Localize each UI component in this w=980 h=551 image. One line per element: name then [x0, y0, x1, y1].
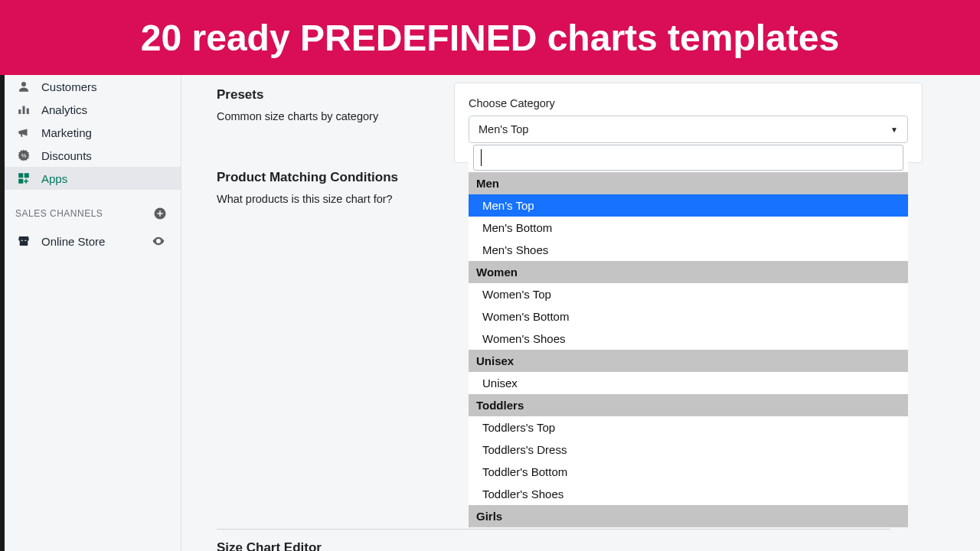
category-option[interactable]: Toddlers's Dress — [469, 439, 908, 461]
banner-title: 20 ready PREDEFINED charts templates — [141, 17, 839, 59]
settings-descriptions: Presets Common size charts by category P… — [217, 83, 431, 551]
size-chart-editor-heading: Size Chart Editor — [217, 529, 890, 551]
presets-block: Presets Common size charts by category — [217, 87, 431, 122]
sidebar-item-discounts[interactable]: % Discounts — [0, 144, 181, 167]
app-frame: Customers Analytics Marketing % Discount… — [0, 75, 980, 551]
discount-icon: % — [17, 148, 31, 162]
search-wrap — [469, 145, 908, 171]
channel-online-store[interactable]: Online Store — [0, 228, 181, 254]
matching-heading: Product Matching Conditions — [217, 170, 431, 185]
svg-rect-6 — [24, 173, 29, 178]
category-search-input[interactable] — [473, 145, 903, 171]
category-select[interactable]: Men's Top ▼ — [469, 116, 908, 143]
main-content: Presets Common size charts by category P… — [181, 75, 980, 551]
option-group-header: Women — [469, 261, 908, 283]
matching-block: Product Matching Conditions What product… — [217, 170, 431, 205]
category-label: Choose Category — [469, 97, 908, 109]
svg-rect-1 — [18, 109, 21, 114]
sidebar-item-label: Marketing — [41, 126, 92, 139]
sidebar-item-label: Apps — [41, 172, 67, 185]
view-store-button[interactable] — [152, 234, 165, 248]
add-channel-button[interactable] — [153, 207, 167, 220]
option-group-header: Girls — [469, 505, 908, 527]
promo-banner: 20 ready PREDEFINED charts templates — [0, 0, 980, 75]
category-option[interactable]: Toddler's Bottom — [469, 461, 908, 483]
category-options: MenMen's TopMen's BottomMen's ShoesWomen… — [469, 172, 908, 527]
sidebar: Customers Analytics Marketing % Discount… — [0, 75, 181, 551]
svg-rect-5 — [18, 173, 23, 178]
sidebar-item-customers[interactable]: Customers — [0, 75, 181, 98]
chevron-down-icon: ▼ — [890, 126, 898, 134]
editor-heading-text: Size Chart Editor — [217, 540, 322, 551]
channel-label: Online Store — [41, 235, 105, 248]
category-option[interactable]: Toddler's Shoes — [469, 483, 908, 505]
sidebar-item-label: Analytics — [41, 103, 87, 116]
category-option[interactable]: Unisex — [469, 372, 908, 394]
svg-text:%: % — [21, 152, 27, 159]
sidebar-item-marketing[interactable]: Marketing — [0, 121, 181, 144]
presets-description: Common size charts by category — [217, 110, 431, 122]
sidebar-item-label: Discounts — [41, 149, 92, 162]
matching-description: What products is this size chart for? — [217, 193, 431, 205]
sidebar-left-edge — [0, 75, 5, 551]
category-option[interactable]: Men's Shoes — [469, 239, 908, 261]
person-icon — [17, 80, 31, 93]
option-group-header: Unisex — [469, 350, 908, 372]
category-card: Choose Category Men's Top ▼ MenMen's Top… — [454, 83, 923, 163]
svg-rect-7 — [18, 179, 23, 184]
text-cursor — [481, 149, 482, 166]
option-group-header: Toddlers — [469, 394, 908, 416]
store-icon — [17, 234, 31, 248]
sidebar-item-analytics[interactable]: Analytics — [0, 98, 181, 121]
category-option[interactable]: Toddlers's Top — [469, 416, 908, 439]
apps-icon — [17, 171, 31, 185]
category-option[interactable]: Men's Top — [469, 194, 908, 217]
category-option[interactable]: Women's Top — [469, 283, 908, 305]
category-option[interactable]: Women's Bottom — [469, 305, 908, 328]
svg-rect-2 — [23, 106, 25, 115]
category-option[interactable]: Men's Bottom — [469, 217, 908, 239]
sales-channels-header: SALES CHANNELS — [0, 190, 181, 228]
category-dropdown: MenMen's TopMen's BottomMen's ShoesWomen… — [469, 145, 908, 527]
bar-chart-icon — [17, 103, 31, 116]
category-selected-value: Men's Top — [479, 123, 528, 135]
option-group-header: Men — [469, 172, 908, 194]
section-label: SALES CHANNELS — [15, 208, 103, 219]
svg-rect-3 — [27, 109, 29, 115]
svg-point-9 — [158, 240, 160, 243]
presets-heading: Presets — [217, 87, 431, 103]
megaphone-icon — [17, 126, 31, 139]
svg-point-0 — [21, 82, 26, 86]
sidebar-item-apps[interactable]: Apps — [0, 167, 181, 190]
category-option[interactable]: Women's Shoes — [469, 328, 908, 350]
sidebar-item-label: Customers — [41, 80, 97, 93]
